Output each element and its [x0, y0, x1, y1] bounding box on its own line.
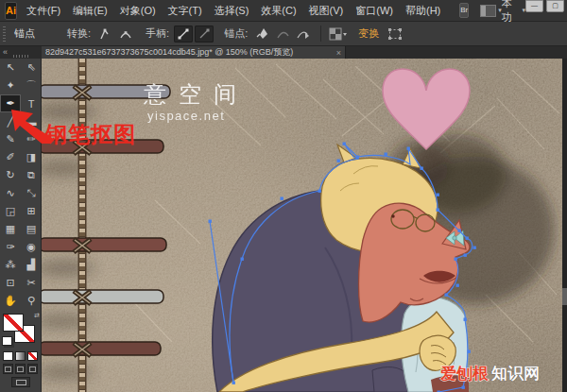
opacity-grid-button[interactable]: [329, 26, 348, 43]
gradient-button[interactable]: [15, 351, 26, 361]
vertical-scrollbar[interactable]: [562, 59, 567, 392]
blend-tool[interactable]: ◉: [21, 238, 42, 256]
arrange-documents-icon: [480, 5, 496, 17]
menu-item[interactable]: 文字(T): [168, 4, 202, 18]
draw-normal-button[interactable]: [3, 364, 13, 374]
corner-point-icon: [98, 27, 112, 41]
menu-item[interactable]: 选择(S): [215, 4, 249, 18]
pen-add-icon: [255, 26, 269, 41]
handles-visible-icon: [177, 27, 190, 41]
mesh-tool[interactable]: ▦: [0, 220, 21, 238]
selection-tool[interactable]: ↖: [0, 59, 21, 77]
default-fill-stroke-icon[interactable]: [2, 336, 12, 346]
restore-button[interactable]: ▢: [546, 0, 564, 12]
minimize-button[interactable]: —: [525, 0, 543, 12]
arc-segment-icon: [276, 26, 290, 41]
pen-arc-icon: [296, 26, 311, 41]
control-panel-title: 锚点: [14, 26, 35, 41]
checkerboard-icon: [329, 27, 348, 41]
toolbar-grip[interactable]: [13, 55, 30, 58]
menu-item[interactable]: 编辑(E): [73, 4, 108, 18]
anchor-label: 锚点:: [224, 26, 248, 41]
handles-label: 手柄:: [146, 26, 169, 41]
connect-path-button[interactable]: [294, 26, 313, 43]
smooth-point-icon: [119, 27, 132, 41]
free-transform-tool[interactable]: ⤡: [21, 184, 42, 202]
tool-icon: ✐: [6, 151, 14, 163]
hand-tool[interactable]: ✋: [0, 292, 21, 310]
tool-icon: ⧉: [27, 169, 35, 181]
rotate-tool[interactable]: ↻: [0, 166, 21, 184]
slice-tool[interactable]: ✂: [21, 274, 42, 292]
annotation-arrow: [8, 102, 60, 144]
menu-item[interactable]: 对象(O): [120, 4, 156, 18]
screen-mode-button[interactable]: [11, 377, 30, 387]
lasso-tool[interactable]: ⌒: [21, 77, 42, 94]
tool-icon: ∿: [6, 187, 14, 199]
swap-fill-stroke-icon[interactable]: ⇄: [34, 312, 40, 319]
arrange-documents-button[interactable]: ▾: [480, 5, 502, 17]
close-tab-icon[interactable]: ×: [336, 48, 341, 58]
tool-icon: ⤡: [27, 187, 36, 199]
blob-brush-tool[interactable]: ✐: [0, 148, 21, 166]
canvas-area[interactable]: 意空间 yispace.net 爱刨根 知识网: [42, 59, 562, 392]
eye-dot: [391, 214, 394, 217]
tool-icon: ↻: [6, 169, 14, 181]
menu-item[interactable]: 视图(V): [309, 4, 344, 18]
eraser-tool[interactable]: ◨: [21, 148, 42, 166]
bridge-button[interactable]: Br: [459, 3, 469, 18]
tool-icon: ⊡: [6, 277, 14, 289]
hide-handles-button[interactable]: [195, 26, 214, 43]
tool-icon: ⁂: [6, 259, 16, 271]
fill-swatch[interactable]: [3, 314, 24, 332]
free-transform-button[interactable]: [386, 26, 404, 43]
drawing-mode-row: [0, 361, 41, 374]
tool-icon: ▟: [27, 259, 35, 271]
tool-icon: ◨: [26, 151, 36, 163]
add-anchor-button[interactable]: [252, 26, 271, 43]
remove-anchor-button[interactable]: [273, 26, 292, 43]
control-panel: 锚点 转换: 手柄: 锚点:: [0, 22, 567, 46]
show-handles-button[interactable]: [174, 26, 193, 43]
magic-wand-tool[interactable]: ✦: [0, 77, 21, 94]
menu-item[interactable]: 效果(C): [261, 4, 296, 18]
watermark-title: 意空间: [143, 81, 249, 107]
tool-icon: ✦: [6, 79, 14, 92]
tool-icon: ◲: [6, 205, 15, 217]
transform-link[interactable]: 变换: [358, 26, 379, 41]
eyedropper-tool[interactable]: ✑: [0, 238, 21, 256]
menu-bar: Ai 文件(F)编辑(E)对象(O)文字(T)选择(S)效果(C)视图(V)窗口…: [0, 0, 567, 22]
menu-item[interactable]: 帮助(H): [405, 4, 440, 18]
convert-to-corner-button[interactable]: [95, 26, 114, 43]
gradient-tool[interactable]: ▤: [21, 220, 42, 238]
zoom-tool[interactable]: ⚲: [21, 292, 42, 310]
color-button[interactable]: [3, 351, 13, 361]
column-graph-tool[interactable]: ▟: [21, 256, 42, 274]
none-button[interactable]: [27, 351, 38, 361]
artboard-tool[interactable]: ⊡: [0, 274, 21, 292]
tool-icon: ▤: [26, 223, 36, 235]
panel-grip[interactable]: [3, 26, 6, 42]
perspective-grid-tool[interactable]: ⊞: [21, 202, 42, 220]
menu-item[interactable]: 文件(F): [26, 4, 60, 18]
draw-inside-button[interactable]: [27, 364, 38, 374]
collapse-panel-icon[interactable]: «: [3, 46, 8, 58]
symbol-sprayer-tool[interactable]: ⁂: [0, 256, 21, 274]
document-tab[interactable]: 82d9427c531e6737373675c0014cdb45.jpg* @ …: [42, 46, 346, 59]
child-sleeve: [372, 367, 408, 392]
corner-watermark-red: 爱刨根: [439, 365, 490, 383]
tool-icon: ▦: [6, 223, 15, 235]
tool-icon: ⚲: [27, 295, 35, 307]
menu-item[interactable]: 窗口(W): [355, 4, 393, 18]
draw-behind-button[interactable]: [15, 364, 26, 374]
document-tab-bar: « 82d9427c531e6737373675c0014cdb45.jpg* …: [0, 46, 567, 59]
artwork: 意空间 yispace.net 爱刨根 知识网: [42, 59, 562, 392]
shape-builder-tool[interactable]: ◲: [0, 202, 21, 220]
convert-to-smooth-button[interactable]: [116, 26, 135, 43]
direct-selection-tool[interactable]: ⇖: [21, 59, 42, 77]
scale-tool[interactable]: ⧉: [21, 166, 42, 184]
corner-watermark-white: 知识网: [490, 365, 540, 383]
scrollbar-thumb[interactable]: [562, 288, 567, 305]
fill-stroke-area: ⇄: [0, 312, 41, 349]
width-tool[interactable]: ∿: [0, 184, 21, 202]
